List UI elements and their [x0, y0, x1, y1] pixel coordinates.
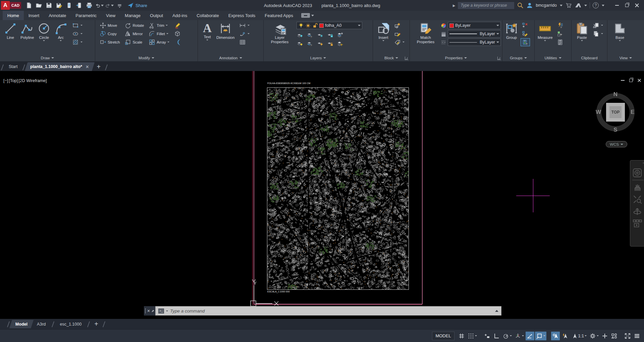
panel-draw-title[interactable]: Draw [0, 54, 95, 61]
infer-constraints-toggle[interactable] [483, 332, 491, 340]
new-drawing-tab-button[interactable]: + [93, 62, 104, 71]
recent-commands-dropdown[interactable] [166, 311, 168, 312]
trim-button[interactable]: Trim [148, 22, 170, 29]
tab-parametric[interactable]: Parametric [71, 11, 101, 20]
panel-layers-title[interactable]: Layers [264, 54, 373, 61]
application-menu-button[interactable]: A CAD [0, 0, 21, 11]
array-dropdown[interactable] [167, 42, 169, 43]
group-selection-toggle[interactable] [521, 38, 530, 46]
panel-block-title[interactable]: Block [373, 54, 410, 61]
qat-customize-button[interactable] [115, 1, 124, 9]
search-expand-arrow[interactable]: ▶ [453, 4, 455, 7]
leader-dropdown[interactable] [248, 33, 250, 34]
arc-button[interactable]: Arc [53, 21, 68, 54]
insert-block-button[interactable]: Insert [376, 21, 391, 54]
new-file-button[interactable] [24, 1, 33, 9]
file-tab-document[interactable]: planta_1.1000_bairro alto* ✕ [25, 62, 95, 71]
layer-off-button[interactable] [297, 31, 303, 38]
erase-button[interactable] [173, 22, 182, 29]
layer-lock-button[interactable] [327, 31, 333, 38]
search-input[interactable]: Type a keyword or phrase [458, 2, 514, 9]
user-dropdown[interactable] [560, 5, 562, 6]
city-plan-drawing[interactable] [267, 87, 409, 290]
panel-groups-title[interactable]: Groups [502, 54, 534, 61]
navigation-wheel-icon[interactable] [632, 168, 642, 178]
cut-dropdown[interactable] [601, 25, 603, 26]
ellipse-button[interactable] [71, 30, 80, 38]
save-button[interactable] [45, 1, 53, 9]
drawing-minimize-icon[interactable] [621, 80, 625, 81]
clean-screen-button[interactable] [623, 332, 632, 340]
customization-button[interactable] [633, 332, 641, 340]
rotate-button[interactable]: Rotate [123, 22, 145, 29]
ellipse-dropdown[interactable] [80, 33, 83, 34]
annotation-monitor-button[interactable] [600, 332, 609, 340]
copy-clip-button[interactable] [592, 30, 600, 38]
command-history-toggle[interactable] [495, 310, 498, 312]
undo-button[interactable] [95, 1, 104, 9]
grid-toggle[interactable] [457, 332, 466, 340]
tab-output[interactable]: Output [145, 11, 168, 20]
layer-select[interactable]: folha_A0 [297, 22, 362, 29]
lineweight-icon[interactable] [441, 31, 446, 37]
object-color-select[interactable]: ByLayer [448, 22, 501, 29]
cut-button[interactable] [592, 22, 600, 29]
text-button[interactable]: A Text [202, 21, 213, 54]
minimize-button[interactable] [612, 1, 622, 10]
tab-addins[interactable]: Add-ins [168, 11, 192, 20]
show-motion-icon[interactable] [632, 218, 642, 228]
move-button[interactable]: Move [99, 22, 121, 29]
username[interactable]: bmcgarrido [536, 3, 557, 8]
circle-button[interactable]: Circle [36, 21, 52, 54]
quick-select-button[interactable] [556, 22, 565, 29]
viewcube-west[interactable]: W [595, 109, 602, 116]
layer-freeze-button[interactable] [317, 31, 323, 38]
annotation-scale-button[interactable]: 1:1 [570, 332, 588, 340]
pan-icon[interactable] [632, 182, 642, 192]
close-button[interactable] [632, 1, 642, 10]
drawing-restore-icon[interactable] [629, 79, 633, 82]
help-dropdown[interactable] [602, 5, 604, 6]
lineweight-dropdown[interactable] [496, 33, 499, 35]
polar-tracking-toggle[interactable] [501, 332, 513, 340]
fillet-dropdown[interactable] [166, 33, 168, 34]
scale-button[interactable]: Scale [123, 39, 145, 46]
offset-button[interactable] [173, 39, 182, 46]
workspace-switching-button[interactable] [588, 332, 600, 340]
tab-annotate[interactable]: Annotate [44, 11, 71, 20]
copy-clip-dropdown[interactable] [601, 33, 603, 34]
wcs-button[interactable]: WCS [606, 141, 627, 147]
tab-manage[interactable]: Manage [120, 11, 145, 20]
panel-view-title[interactable]: View [607, 54, 644, 61]
autodesk-a-icon[interactable] [575, 2, 581, 9]
trim-dropdown[interactable] [166, 25, 168, 26]
isometric-drafting-toggle[interactable] [514, 332, 525, 340]
restore-button[interactable] [622, 1, 632, 10]
drawing-close-icon[interactable] [638, 79, 641, 82]
stretch-button[interactable]: Stretch [99, 39, 121, 46]
dimension-button[interactable]: Dimension [215, 21, 235, 54]
open-from-mobile-button[interactable] [75, 1, 84, 9]
linear-dimension-dropdown[interactable] [248, 25, 250, 26]
linetype-select[interactable]: ByLayer [448, 39, 501, 46]
tab-insert[interactable]: Insert [24, 11, 44, 20]
panel-utilities-title[interactable]: Utilities [535, 54, 571, 61]
file-tab-close-icon[interactable]: ✕ [86, 64, 89, 69]
tab-featured-apps[interactable]: Featured Apps [260, 11, 298, 20]
quick-calculator-button[interactable] [556, 39, 565, 46]
orbit-icon[interactable] [632, 206, 642, 216]
panel-modify-title[interactable]: Modify [95, 54, 198, 61]
line-button[interactable]: Line [3, 21, 18, 54]
open-file-button[interactable] [35, 1, 43, 9]
properties-dialog-launcher[interactable] [497, 57, 501, 60]
recent-commands-icon[interactable]: >_ [158, 309, 164, 314]
file-tab-start[interactable]: Start [5, 62, 21, 71]
search-icon[interactable] [517, 2, 524, 9]
undo-dropdown[interactable] [101, 5, 104, 6]
ribbon-display-dropdown[interactable] [311, 15, 314, 16]
viewcube-east[interactable]: E [629, 109, 636, 116]
rectangle-button[interactable] [71, 22, 80, 29]
layout-tab-a3rd[interactable]: A3rd [32, 320, 50, 328]
group-edit-button[interactable] [521, 30, 529, 38]
command-line-grip[interactable]: ✕ [144, 306, 155, 316]
